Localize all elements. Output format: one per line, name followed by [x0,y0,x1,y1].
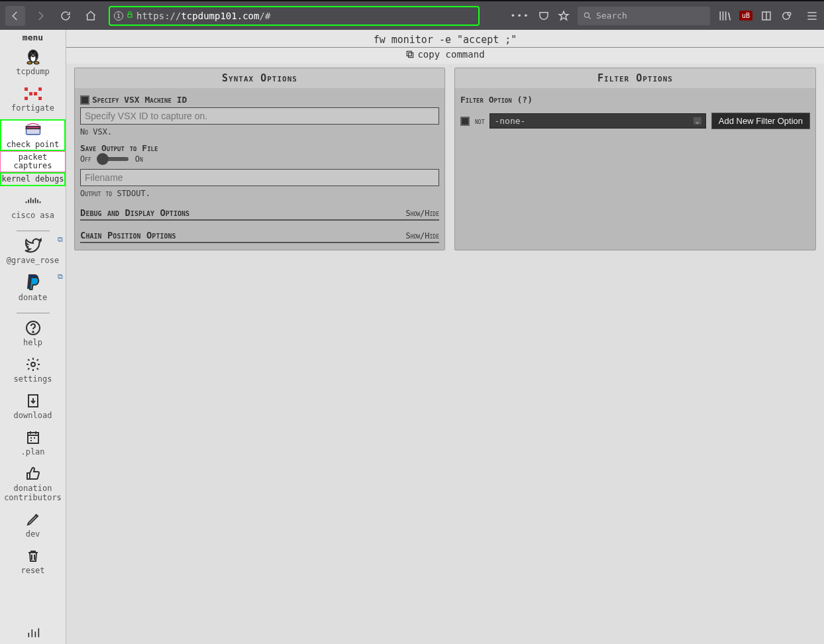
output-hint: Output to STDOUT. [80,189,439,198]
sidebar-item-contributors[interactable]: donation contributors [0,463,66,503]
thumbs-up-icon [24,464,42,483]
pencil-icon [24,510,42,529]
sub-item-kernel-debugs[interactable]: kernel debugs [0,172,66,186]
command-output: fw monitor -e "accept ;" [66,30,824,48]
svg-rect-20 [409,53,413,58]
syntax-options-panel: Syntax Options Specify VSX Machine ID No… [74,68,445,250]
sidebar-item-twitter[interactable]: ⧉ @grave_rose [0,235,66,266]
checkpoint-icon [24,121,42,139]
ublock-icon[interactable]: uB [739,11,752,21]
divider [17,313,50,313]
search-icon [583,11,592,21]
trash-icon [24,547,42,565]
sub-item-packet-captures[interactable]: packet captures [0,151,66,172]
main-content: fw monitor -e "accept ;" copy command Sy… [66,30,824,644]
sidebar-title: menu [23,32,43,42]
save-output-label: Save Output to File [80,143,439,153]
info-icon: i [114,11,123,21]
search-box[interactable]: Search [578,7,710,25]
vsx-input[interactable] [80,107,439,125]
svg-point-1 [584,13,589,17]
svg-rect-19 [28,433,38,443]
forward-button[interactable] [30,6,50,26]
svg-point-12 [34,62,38,64]
home-icon [85,10,97,22]
vsx-label: Specify VSX Machine ID [80,95,439,105]
extension-icon[interactable] [780,10,792,22]
pocket-icon[interactable] [538,10,550,22]
svg-point-11 [27,62,32,64]
reload-icon [60,10,72,22]
external-link-icon: ⧉ [58,272,63,281]
output-toggle[interactable] [98,157,129,161]
bookmark-icon[interactable] [558,10,570,22]
debug-section-header[interactable]: Debug and Display Options Show/Hide [80,207,439,221]
filter-panel-title: Filter Options [455,68,815,88]
not-checkbox[interactable] [460,117,470,126]
copy-command[interactable]: copy command [66,48,824,64]
filter-dropdown[interactable]: -none- ⌄ [489,113,705,129]
off-label: Off [80,154,91,164]
fortigate-icon [24,84,42,103]
search-placeholder: Search [596,11,627,21]
browser-toolbar: i https://tcpdump101.com/# ••• Search uB [0,0,824,30]
not-label: not [475,117,484,126]
sidebar-item-cisco-asa[interactable]: cisco asa [0,190,66,221]
menu-button[interactable] [805,9,819,23]
arrow-left-icon [9,10,21,22]
download-icon [24,392,42,410]
svg-point-6 [30,54,36,62]
vsx-hint: No VSX. [80,127,439,136]
reload-button[interactable] [56,6,76,26]
syntax-panel-title: Syntax Options [75,68,444,88]
library-icon[interactable] [718,9,731,23]
gear-icon [24,355,42,374]
more-icon[interactable]: ••• [510,11,529,21]
chain-section-header[interactable]: Chain Position Options Show/Hide [80,230,439,243]
on-label: On [135,154,143,164]
svg-point-10 [34,53,35,54]
checkpoint-submenu: packet captures kernel debugs [0,151,66,187]
twitter-icon [24,237,42,255]
sidebar-item-settings[interactable]: settings [0,354,66,385]
sidebar-item-help[interactable]: help [0,317,66,349]
calendar-icon [24,428,42,447]
svg-rect-21 [407,51,412,56]
filter-option-label: Filter Option (?) [460,95,810,105]
sidebar-item-dev[interactable]: dev [0,509,66,540]
reader-icon[interactable] [760,10,772,22]
sidebar-item-tcpdump[interactable]: tcpdump [0,46,66,78]
paypal-icon [24,274,42,292]
stats-icon[interactable] [26,626,40,641]
vsx-checkbox[interactable] [80,95,89,105]
arrow-right-icon [34,10,46,22]
svg-point-9 [30,53,31,54]
back-button[interactable] [5,6,25,26]
sidebar-item-reset[interactable]: reset [0,545,66,576]
help-icon [24,319,42,337]
add-filter-button[interactable]: Add New Filter Option [711,113,810,129]
sidebar-item-fortigate[interactable]: fortigate [0,83,66,114]
svg-rect-0 [128,15,132,18]
tux-icon [24,48,42,66]
sidebar-item-plan[interactable]: .plan [0,427,66,458]
svg-point-17 [31,362,35,366]
sidebar-item-download[interactable]: download [0,390,66,421]
svg-point-4 [788,12,791,15]
cisco-icon [24,191,42,210]
sidebar-item-checkpoint[interactable]: check point [0,119,66,150]
svg-rect-14 [26,127,40,129]
filter-options-panel: Filter Options Filter Option (?) not -no… [454,68,816,250]
sidebar: menu tcpdump fortigate [0,30,66,644]
divider [17,231,50,231]
copy-icon [405,50,415,59]
url-bar[interactable]: i https://tcpdump101.com/# [109,6,480,26]
filename-input[interactable] [80,169,439,186]
url-text: https://tcpdump101.com/# [136,11,270,21]
external-link-icon: ⧉ [58,235,63,244]
chevron-down-icon: ⌄ [694,117,701,125]
home-button[interactable] [81,6,101,26]
sidebar-item-donate[interactable]: ⧉ donate [0,272,66,303]
lock-icon [126,11,134,21]
svg-point-16 [32,331,34,333]
